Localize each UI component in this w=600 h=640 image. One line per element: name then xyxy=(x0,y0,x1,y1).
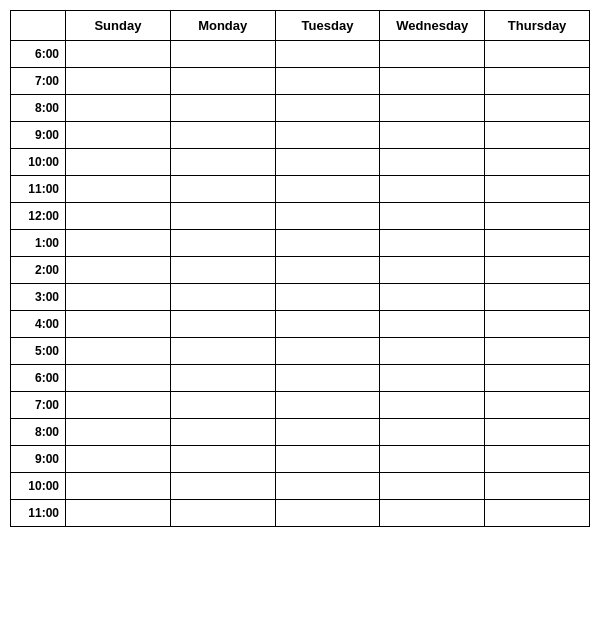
cell-monday-14[interactable] xyxy=(170,419,275,446)
table-row: 11:00 xyxy=(11,500,590,527)
cell-thursday-15[interactable] xyxy=(485,446,590,473)
cell-thursday-3[interactable] xyxy=(485,122,590,149)
cell-monday-7[interactable] xyxy=(170,230,275,257)
time-cell: 11:00 xyxy=(11,176,66,203)
cell-monday-2[interactable] xyxy=(170,95,275,122)
cell-sunday-17[interactable] xyxy=(66,500,171,527)
cell-monday-4[interactable] xyxy=(170,149,275,176)
cell-thursday-7[interactable] xyxy=(485,230,590,257)
cell-monday-12[interactable] xyxy=(170,365,275,392)
cell-wednesday-14[interactable] xyxy=(380,419,485,446)
cell-tuesday-4[interactable] xyxy=(275,149,380,176)
cell-tuesday-12[interactable] xyxy=(275,365,380,392)
cell-sunday-6[interactable] xyxy=(66,203,171,230)
cell-sunday-12[interactable] xyxy=(66,365,171,392)
cell-tuesday-9[interactable] xyxy=(275,284,380,311)
table-row: 5:00 xyxy=(11,338,590,365)
header-monday: Monday xyxy=(170,11,275,41)
cell-wednesday-6[interactable] xyxy=(380,203,485,230)
cell-monday-6[interactable] xyxy=(170,203,275,230)
cell-wednesday-11[interactable] xyxy=(380,338,485,365)
cell-monday-17[interactable] xyxy=(170,500,275,527)
cell-thursday-12[interactable] xyxy=(485,365,590,392)
cell-monday-16[interactable] xyxy=(170,473,275,500)
cell-tuesday-11[interactable] xyxy=(275,338,380,365)
table-row: 6:00 xyxy=(11,41,590,68)
cell-thursday-17[interactable] xyxy=(485,500,590,527)
cell-wednesday-7[interactable] xyxy=(380,230,485,257)
cell-wednesday-8[interactable] xyxy=(380,257,485,284)
cell-monday-8[interactable] xyxy=(170,257,275,284)
cell-thursday-14[interactable] xyxy=(485,419,590,446)
cell-monday-15[interactable] xyxy=(170,446,275,473)
cell-thursday-5[interactable] xyxy=(485,176,590,203)
cell-sunday-2[interactable] xyxy=(66,95,171,122)
cell-wednesday-12[interactable] xyxy=(380,365,485,392)
cell-tuesday-15[interactable] xyxy=(275,446,380,473)
cell-thursday-16[interactable] xyxy=(485,473,590,500)
cell-sunday-10[interactable] xyxy=(66,311,171,338)
cell-sunday-0[interactable] xyxy=(66,41,171,68)
cell-thursday-11[interactable] xyxy=(485,338,590,365)
cell-thursday-10[interactable] xyxy=(485,311,590,338)
cell-tuesday-1[interactable] xyxy=(275,68,380,95)
cell-tuesday-13[interactable] xyxy=(275,392,380,419)
cell-wednesday-17[interactable] xyxy=(380,500,485,527)
cell-tuesday-16[interactable] xyxy=(275,473,380,500)
cell-monday-9[interactable] xyxy=(170,284,275,311)
cell-monday-11[interactable] xyxy=(170,338,275,365)
cell-sunday-3[interactable] xyxy=(66,122,171,149)
cell-thursday-6[interactable] xyxy=(485,203,590,230)
cell-wednesday-2[interactable] xyxy=(380,95,485,122)
cell-thursday-0[interactable] xyxy=(485,41,590,68)
cell-tuesday-17[interactable] xyxy=(275,500,380,527)
cell-tuesday-14[interactable] xyxy=(275,419,380,446)
cell-wednesday-1[interactable] xyxy=(380,68,485,95)
cell-wednesday-16[interactable] xyxy=(380,473,485,500)
cell-sunday-8[interactable] xyxy=(66,257,171,284)
header-tuesday: Tuesday xyxy=(275,11,380,41)
cell-tuesday-3[interactable] xyxy=(275,122,380,149)
cell-wednesday-13[interactable] xyxy=(380,392,485,419)
cell-monday-1[interactable] xyxy=(170,68,275,95)
cell-sunday-14[interactable] xyxy=(66,419,171,446)
table-row: 8:00 xyxy=(11,419,590,446)
cell-tuesday-0[interactable] xyxy=(275,41,380,68)
cell-tuesday-7[interactable] xyxy=(275,230,380,257)
cell-sunday-13[interactable] xyxy=(66,392,171,419)
cell-wednesday-0[interactable] xyxy=(380,41,485,68)
cell-thursday-1[interactable] xyxy=(485,68,590,95)
cell-wednesday-15[interactable] xyxy=(380,446,485,473)
cell-tuesday-5[interactable] xyxy=(275,176,380,203)
cell-wednesday-3[interactable] xyxy=(380,122,485,149)
cell-sunday-4[interactable] xyxy=(66,149,171,176)
cell-thursday-4[interactable] xyxy=(485,149,590,176)
cell-tuesday-10[interactable] xyxy=(275,311,380,338)
cell-thursday-8[interactable] xyxy=(485,257,590,284)
header-thursday: Thursday xyxy=(485,11,590,41)
cell-sunday-1[interactable] xyxy=(66,68,171,95)
cell-sunday-15[interactable] xyxy=(66,446,171,473)
cell-wednesday-10[interactable] xyxy=(380,311,485,338)
cell-tuesday-8[interactable] xyxy=(275,257,380,284)
cell-thursday-9[interactable] xyxy=(485,284,590,311)
cell-monday-5[interactable] xyxy=(170,176,275,203)
cell-tuesday-6[interactable] xyxy=(275,203,380,230)
cell-thursday-2[interactable] xyxy=(485,95,590,122)
cell-sunday-5[interactable] xyxy=(66,176,171,203)
cell-monday-13[interactable] xyxy=(170,392,275,419)
cell-wednesday-9[interactable] xyxy=(380,284,485,311)
cell-monday-0[interactable] xyxy=(170,41,275,68)
cell-wednesday-5[interactable] xyxy=(380,176,485,203)
cell-sunday-7[interactable] xyxy=(66,230,171,257)
cell-thursday-13[interactable] xyxy=(485,392,590,419)
table-row: 12:00 xyxy=(11,203,590,230)
cell-monday-10[interactable] xyxy=(170,311,275,338)
cell-tuesday-2[interactable] xyxy=(275,95,380,122)
cell-sunday-9[interactable] xyxy=(66,284,171,311)
header-row: Sunday Monday Tuesday Wednesday Thursday xyxy=(11,11,590,41)
cell-sunday-16[interactable] xyxy=(66,473,171,500)
cell-sunday-11[interactable] xyxy=(66,338,171,365)
cell-wednesday-4[interactable] xyxy=(380,149,485,176)
cell-monday-3[interactable] xyxy=(170,122,275,149)
